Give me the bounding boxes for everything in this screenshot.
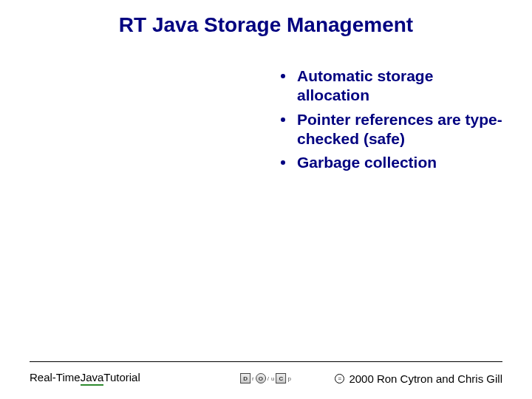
bullet-text: Garbage collection xyxy=(297,153,437,172)
footer-left: Real-Time Java Tutorial xyxy=(30,371,140,386)
logo-small: p xyxy=(287,375,290,382)
copyright-text: 2000 Ron Cytron and Chris Gill xyxy=(349,372,502,385)
bullet-icon xyxy=(281,74,285,78)
footer-text: Tutorial xyxy=(103,371,140,383)
slide-title: RT Java Storage Management xyxy=(0,13,532,37)
copyright-icon: = xyxy=(335,374,344,383)
list-item: Pointer references are type-checked (saf… xyxy=(281,110,510,149)
bullet-icon xyxy=(281,117,285,122)
doc-logo: D r O / u C p xyxy=(240,373,292,383)
list-item: Automatic storage allocation xyxy=(281,66,510,106)
logo-small: / xyxy=(267,375,269,382)
footer-right: = 2000 Ron Cytron and Chris Gill xyxy=(335,372,502,385)
bullet-text: Automatic storage allocation xyxy=(297,66,510,106)
footer: Real-Time Java Tutorial D r O / u C p = … xyxy=(30,371,502,386)
bullet-list: Automatic storage allocation Pointer ref… xyxy=(281,66,510,177)
logo-letter: O xyxy=(256,373,266,383)
bullet-text: Pointer references are type-checked (saf… xyxy=(297,110,510,149)
divider xyxy=(30,361,502,362)
logo-letter: C xyxy=(276,373,286,383)
logo-small: r xyxy=(252,375,254,382)
list-item: Garbage collection xyxy=(281,153,510,172)
logo-letter: D xyxy=(240,373,250,383)
logo-small: u xyxy=(271,375,274,382)
bullet-icon xyxy=(281,160,285,165)
footer-java-link: Java xyxy=(81,371,104,386)
footer-text: Real-Time xyxy=(30,371,81,383)
